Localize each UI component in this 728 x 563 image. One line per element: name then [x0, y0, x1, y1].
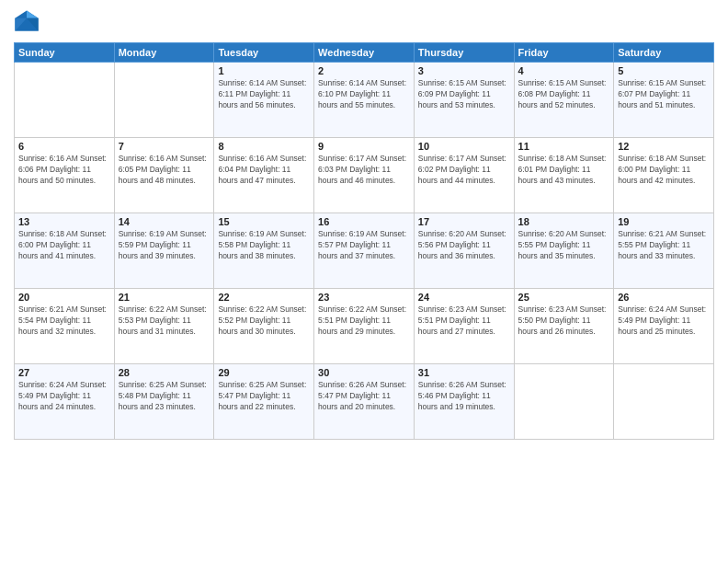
- day-number-16: 16: [318, 216, 410, 227]
- day-info-17: Sunrise: 6:20 AM Sunset: 5:56 PM Dayligh…: [418, 229, 510, 262]
- header: [14, 9, 714, 35]
- cell-2-0: 13Sunrise: 6:18 AM Sunset: 6:00 PM Dayli…: [15, 213, 115, 289]
- day-number-18: 18: [518, 216, 610, 227]
- cell-1-4: 10Sunrise: 6:17 AM Sunset: 6:02 PM Dayli…: [414, 138, 514, 213]
- cell-1-6: 12Sunrise: 6:18 AM Sunset: 6:00 PM Dayli…: [614, 138, 714, 213]
- day-number-30: 30: [318, 367, 410, 378]
- day-info-24: Sunrise: 6:23 AM Sunset: 5:51 PM Dayligh…: [418, 304, 510, 338]
- day-info-11: Sunrise: 6:18 AM Sunset: 6:01 PM Dayligh…: [518, 154, 610, 187]
- header-wednesday: Wednesday: [314, 43, 415, 63]
- day-info-5: Sunrise: 6:15 AM Sunset: 6:07 PM Dayligh…: [618, 78, 710, 111]
- day-info-6: Sunrise: 6:16 AM Sunset: 6:06 PM Dayligh…: [18, 154, 110, 187]
- cell-3-6: 26Sunrise: 6:24 AM Sunset: 5:49 PM Dayli…: [614, 289, 714, 364]
- day-info-2: Sunrise: 6:14 AM Sunset: 6:10 PM Dayligh…: [318, 78, 410, 111]
- day-number-25: 25: [518, 292, 610, 303]
- calendar-body: 1Sunrise: 6:14 AM Sunset: 6:11 PM Daylig…: [15, 63, 714, 440]
- day-number-24: 24: [418, 292, 510, 303]
- day-info-8: Sunrise: 6:16 AM Sunset: 6:04 PM Dayligh…: [218, 154, 310, 187]
- day-number-19: 19: [618, 216, 710, 227]
- day-number-20: 20: [18, 292, 110, 303]
- day-info-29: Sunrise: 6:25 AM Sunset: 5:47 PM Dayligh…: [218, 380, 310, 413]
- day-info-10: Sunrise: 6:17 AM Sunset: 6:02 PM Dayligh…: [418, 154, 510, 187]
- header-tuesday: Tuesday: [214, 43, 314, 63]
- day-info-16: Sunrise: 6:19 AM Sunset: 5:57 PM Dayligh…: [318, 229, 410, 262]
- day-info-18: Sunrise: 6:20 AM Sunset: 5:55 PM Dayligh…: [518, 229, 610, 262]
- week-row-3: 20Sunrise: 6:21 AM Sunset: 5:54 PM Dayli…: [15, 289, 714, 364]
- day-number-11: 11: [518, 141, 610, 152]
- day-number-31: 31: [418, 367, 510, 378]
- cell-3-1: 21Sunrise: 6:22 AM Sunset: 5:53 PM Dayli…: [114, 289, 214, 364]
- cell-4-2: 29Sunrise: 6:25 AM Sunset: 5:47 PM Dayli…: [214, 364, 314, 440]
- cell-2-6: 19Sunrise: 6:21 AM Sunset: 5:55 PM Dayli…: [614, 213, 714, 289]
- header-row: SundayMondayTuesdayWednesdayThursdayFrid…: [15, 43, 714, 63]
- day-number-1: 1: [218, 65, 310, 76]
- day-number-8: 8: [218, 141, 310, 152]
- day-info-28: Sunrise: 6:25 AM Sunset: 5:48 PM Dayligh…: [119, 380, 210, 413]
- cell-0-5: 4Sunrise: 6:15 AM Sunset: 6:08 PM Daylig…: [514, 63, 614, 138]
- header-sunday: Sunday: [15, 43, 115, 63]
- day-info-1: Sunrise: 6:14 AM Sunset: 6:11 PM Dayligh…: [218, 78, 310, 111]
- cell-1-0: 6Sunrise: 6:16 AM Sunset: 6:06 PM Daylig…: [15, 138, 115, 213]
- week-row-2: 13Sunrise: 6:18 AM Sunset: 6:00 PM Dayli…: [15, 213, 714, 289]
- logo: [14, 9, 43, 35]
- cell-3-5: 25Sunrise: 6:23 AM Sunset: 5:50 PM Dayli…: [514, 289, 614, 364]
- cell-2-5: 18Sunrise: 6:20 AM Sunset: 5:55 PM Dayli…: [514, 213, 614, 289]
- day-info-13: Sunrise: 6:18 AM Sunset: 6:00 PM Dayligh…: [18, 229, 110, 262]
- day-info-9: Sunrise: 6:17 AM Sunset: 6:03 PM Dayligh…: [318, 154, 410, 187]
- cell-2-3: 16Sunrise: 6:19 AM Sunset: 5:57 PM Dayli…: [314, 213, 415, 289]
- day-number-17: 17: [418, 216, 510, 227]
- day-number-2: 2: [318, 65, 410, 76]
- cell-4-1: 28Sunrise: 6:25 AM Sunset: 5:48 PM Dayli…: [114, 364, 214, 440]
- cell-2-2: 15Sunrise: 6:19 AM Sunset: 5:58 PM Dayli…: [214, 213, 314, 289]
- day-number-26: 26: [618, 292, 710, 303]
- day-number-7: 7: [119, 141, 210, 152]
- week-row-1: 6Sunrise: 6:16 AM Sunset: 6:06 PM Daylig…: [15, 138, 714, 213]
- cell-3-0: 20Sunrise: 6:21 AM Sunset: 5:54 PM Dayli…: [15, 289, 115, 364]
- day-info-30: Sunrise: 6:26 AM Sunset: 5:47 PM Dayligh…: [318, 380, 410, 413]
- cell-1-1: 7Sunrise: 6:16 AM Sunset: 6:05 PM Daylig…: [114, 138, 214, 213]
- day-info-26: Sunrise: 6:24 AM Sunset: 5:49 PM Dayligh…: [618, 304, 710, 338]
- day-info-14: Sunrise: 6:19 AM Sunset: 5:59 PM Dayligh…: [119, 229, 210, 262]
- day-number-9: 9: [318, 141, 410, 152]
- page: SundayMondayTuesdayWednesdayThursdayFrid…: [0, 0, 728, 563]
- cell-2-4: 17Sunrise: 6:20 AM Sunset: 5:56 PM Dayli…: [414, 213, 514, 289]
- cell-0-4: 3Sunrise: 6:15 AM Sunset: 6:09 PM Daylig…: [414, 63, 514, 138]
- cell-4-4: 31Sunrise: 6:26 AM Sunset: 5:46 PM Dayli…: [414, 364, 514, 440]
- week-row-0: 1Sunrise: 6:14 AM Sunset: 6:11 PM Daylig…: [15, 63, 714, 138]
- cell-0-1: [114, 63, 214, 138]
- cell-4-0: 27Sunrise: 6:24 AM Sunset: 5:49 PM Dayli…: [15, 364, 115, 440]
- day-info-12: Sunrise: 6:18 AM Sunset: 6:00 PM Dayligh…: [618, 154, 710, 187]
- cell-1-2: 8Sunrise: 6:16 AM Sunset: 6:04 PM Daylig…: [214, 138, 314, 213]
- day-number-12: 12: [618, 141, 710, 152]
- day-number-21: 21: [119, 292, 210, 303]
- day-number-5: 5: [618, 65, 710, 76]
- cell-1-3: 9Sunrise: 6:17 AM Sunset: 6:03 PM Daylig…: [314, 138, 415, 213]
- day-number-22: 22: [218, 292, 310, 303]
- day-info-22: Sunrise: 6:22 AM Sunset: 5:52 PM Dayligh…: [218, 304, 310, 338]
- calendar-header: SundayMondayTuesdayWednesdayThursdayFrid…: [15, 43, 714, 63]
- cell-3-4: 24Sunrise: 6:23 AM Sunset: 5:51 PM Dayli…: [414, 289, 514, 364]
- cell-0-3: 2Sunrise: 6:14 AM Sunset: 6:10 PM Daylig…: [314, 63, 415, 138]
- header-friday: Friday: [514, 43, 614, 63]
- calendar-table: SundayMondayTuesdayWednesdayThursdayFrid…: [14, 42, 714, 440]
- day-info-31: Sunrise: 6:26 AM Sunset: 5:46 PM Dayligh…: [418, 380, 510, 413]
- cell-4-6: [614, 364, 714, 440]
- day-info-23: Sunrise: 6:22 AM Sunset: 5:51 PM Dayligh…: [318, 304, 410, 338]
- day-info-21: Sunrise: 6:22 AM Sunset: 5:53 PM Dayligh…: [119, 304, 210, 338]
- day-info-4: Sunrise: 6:15 AM Sunset: 6:08 PM Dayligh…: [518, 78, 610, 111]
- day-number-6: 6: [18, 141, 110, 152]
- day-number-4: 4: [518, 65, 610, 76]
- day-info-3: Sunrise: 6:15 AM Sunset: 6:09 PM Dayligh…: [418, 78, 510, 111]
- day-number-3: 3: [418, 65, 510, 76]
- cell-0-2: 1Sunrise: 6:14 AM Sunset: 6:11 PM Daylig…: [214, 63, 314, 138]
- cell-4-5: [514, 364, 614, 440]
- day-info-20: Sunrise: 6:21 AM Sunset: 5:54 PM Dayligh…: [18, 304, 110, 338]
- header-monday: Monday: [114, 43, 214, 63]
- cell-0-0: [15, 63, 115, 138]
- day-info-27: Sunrise: 6:24 AM Sunset: 5:49 PM Dayligh…: [18, 380, 110, 413]
- day-number-28: 28: [119, 367, 210, 378]
- day-info-7: Sunrise: 6:16 AM Sunset: 6:05 PM Dayligh…: [119, 154, 210, 187]
- cell-1-5: 11Sunrise: 6:18 AM Sunset: 6:01 PM Dayli…: [514, 138, 614, 213]
- day-number-14: 14: [119, 216, 210, 227]
- week-row-4: 27Sunrise: 6:24 AM Sunset: 5:49 PM Dayli…: [15, 364, 714, 440]
